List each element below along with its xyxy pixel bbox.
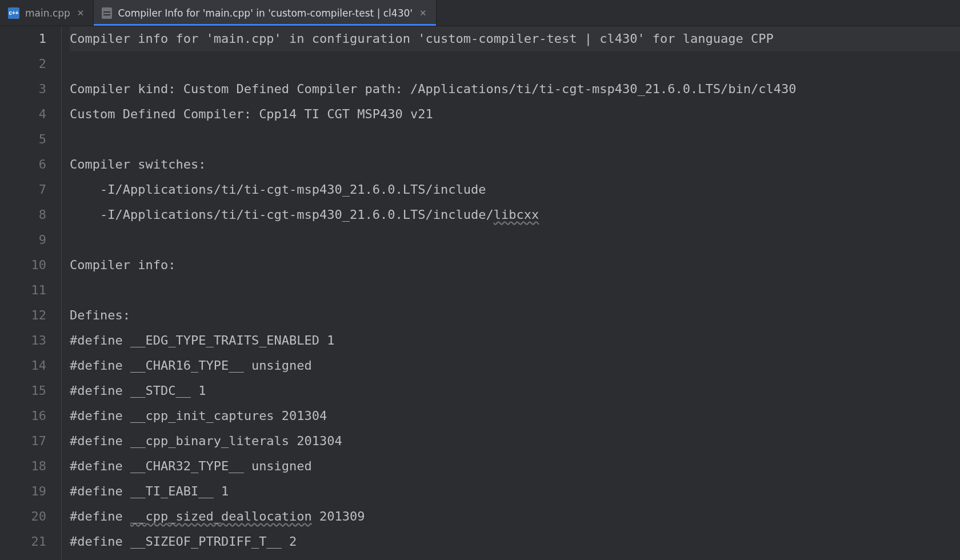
code-text: #define xyxy=(70,504,130,529)
code-line[interactable]: -I/Applications/ti/ti-cgt-msp430_21.6.0.… xyxy=(70,202,960,227)
code-line[interactable]: #define __cpp_binary_literals 201304 xyxy=(70,429,960,454)
line-number: 15 xyxy=(0,378,46,403)
code-line[interactable]: #define __STDC__ 1 xyxy=(70,378,960,403)
code-text: #define __TI_EABI__ 1 xyxy=(70,479,229,504)
code-line[interactable]: #define __cpp_init_captures 201304 xyxy=(70,403,960,429)
editor-tabbar: c++ main.cpp ✕ Compiler Info for 'main.c… xyxy=(0,0,960,26)
line-number: 10 xyxy=(0,253,46,278)
cpp-file-icon: c++ xyxy=(8,7,19,19)
editor: 123456789101112131415161718192021 Compil… xyxy=(0,26,960,560)
code-line[interactable]: #define __cpp_sized_deallocation 201309 xyxy=(70,504,960,529)
code-text: #define __SIZEOF_PTRDIFF_T__ 2 xyxy=(70,529,297,554)
code-line[interactable]: Custom Defined Compiler: Cpp14 TI CGT MS… xyxy=(70,102,960,127)
line-number: 17 xyxy=(0,429,46,454)
tab-label: main.cpp xyxy=(25,7,70,19)
code-text: Compiler info for 'main.cpp' in configur… xyxy=(70,26,774,51)
code-area[interactable]: Compiler info for 'main.cpp' in configur… xyxy=(62,26,960,560)
code-text: #define __EDG_TYPE_TRAITS_ENABLED 1 xyxy=(70,328,335,353)
code-text: #define __cpp_init_captures 201304 xyxy=(70,403,327,429)
code-line[interactable]: #define __TI_EABI__ 1 xyxy=(70,479,960,504)
code-text: -I/Applications/ti/ti-cgt-msp430_21.6.0.… xyxy=(70,177,486,202)
line-number: 6 xyxy=(0,152,46,177)
code-line[interactable]: #define __SIZEOF_PTRDIFF_T__ 2 xyxy=(70,529,960,554)
code-text: 201309 xyxy=(312,504,365,529)
code-text: Compiler kind: Custom Defined Compiler p… xyxy=(70,77,797,102)
code-line[interactable]: Compiler info for 'main.cpp' in configur… xyxy=(70,26,960,51)
line-number-gutter: 123456789101112131415161718192021 xyxy=(0,26,62,560)
code-text: #define __STDC__ 1 xyxy=(70,378,206,403)
line-number: 21 xyxy=(0,529,46,554)
code-line[interactable]: Compiler info: xyxy=(70,253,960,278)
line-number: 1 xyxy=(0,26,46,51)
code-line[interactable] xyxy=(70,227,960,253)
code-text: __cpp_sized_deallocation xyxy=(130,504,312,529)
code-line[interactable] xyxy=(70,278,960,303)
code-line[interactable]: Compiler switches: xyxy=(70,152,960,177)
line-number: 12 xyxy=(0,303,46,328)
tab-label: Compiler Info for 'main.cpp' in 'custom-… xyxy=(118,7,413,19)
line-number: 13 xyxy=(0,328,46,353)
code-text: #define __cpp_binary_literals 201304 xyxy=(70,429,342,454)
code-line[interactable]: #define __EDG_TYPE_TRAITS_ENABLED 1 xyxy=(70,328,960,353)
line-number: 19 xyxy=(0,479,46,504)
code-line[interactable]: Defines: xyxy=(70,303,960,328)
code-text: -I/Applications/ti/ti-cgt-msp430_21.6.0.… xyxy=(70,202,494,227)
line-number: 16 xyxy=(0,403,46,429)
code-text: Defines: xyxy=(70,303,130,328)
close-icon[interactable]: ✕ xyxy=(76,8,86,18)
line-number: 8 xyxy=(0,202,46,227)
line-number: 3 xyxy=(0,77,46,102)
code-text: #define __CHAR32_TYPE__ unsigned xyxy=(70,454,312,479)
code-text: Compiler switches: xyxy=(70,152,206,177)
line-number: 2 xyxy=(0,51,46,77)
line-number: 5 xyxy=(0,127,46,152)
line-number: 9 xyxy=(0,227,46,253)
code-text: Custom Defined Compiler: Cpp14 TI CGT MS… xyxy=(70,102,433,127)
code-text: #define __CHAR16_TYPE__ unsigned xyxy=(70,353,312,378)
code-line[interactable]: Compiler kind: Custom Defined Compiler p… xyxy=(70,77,960,102)
code-line[interactable]: -I/Applications/ti/ti-cgt-msp430_21.6.0.… xyxy=(70,177,960,202)
line-number: 14 xyxy=(0,353,46,378)
line-number: 18 xyxy=(0,454,46,479)
code-text: libcxx xyxy=(494,202,539,227)
code-line[interactable]: #define __CHAR32_TYPE__ unsigned xyxy=(70,454,960,479)
code-line[interactable] xyxy=(70,127,960,152)
code-line[interactable] xyxy=(70,51,960,77)
close-icon[interactable]: ✕ xyxy=(418,8,428,18)
line-number: 11 xyxy=(0,278,46,303)
tab-main-cpp[interactable]: c++ main.cpp ✕ xyxy=(0,0,94,26)
document-icon xyxy=(102,7,112,19)
line-number: 4 xyxy=(0,102,46,127)
tab-compiler-info[interactable]: Compiler Info for 'main.cpp' in 'custom-… xyxy=(94,0,436,26)
line-number: 20 xyxy=(0,504,46,529)
code-text: Compiler info: xyxy=(70,253,175,278)
code-line[interactable]: #define __CHAR16_TYPE__ unsigned xyxy=(70,353,960,378)
line-number: 7 xyxy=(0,177,46,202)
